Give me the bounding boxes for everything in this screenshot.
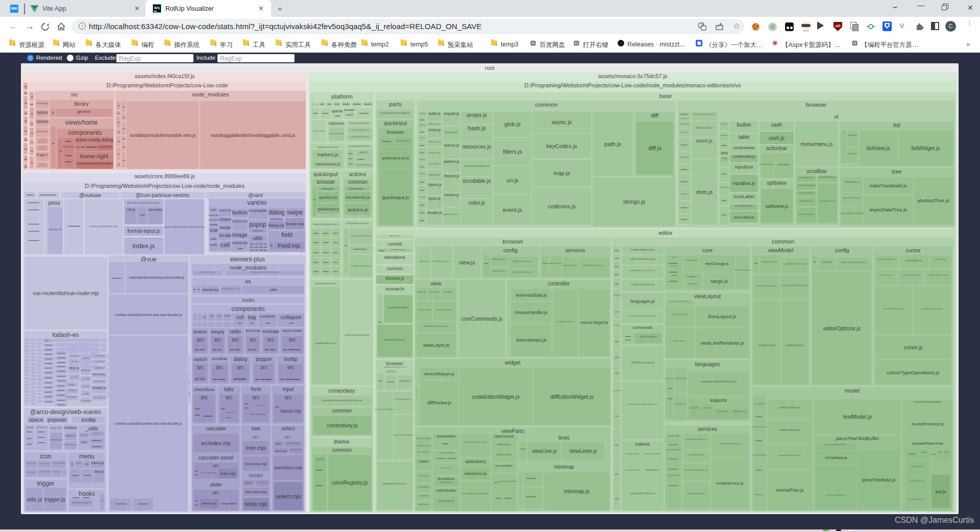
svg-text:文: 文 bbox=[701, 23, 705, 27]
